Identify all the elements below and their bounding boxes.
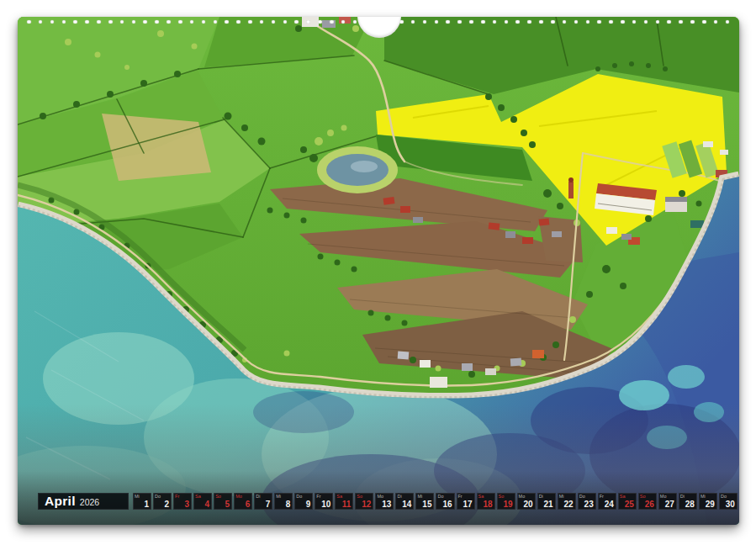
weekday-abbr: Sa: [336, 494, 342, 499]
day-cell: Mo20: [517, 493, 536, 510]
calendar-photo-page: April 2026 Mi1Do2Fr3Sa4So5Mo6Di7Mi8Do9Fr…: [18, 17, 739, 525]
day-number: 2: [165, 500, 170, 509]
day-cell: Do2: [153, 493, 172, 510]
day-cell: Fr3: [173, 493, 192, 510]
day-cell: Mi22: [558, 493, 576, 510]
day-number: 29: [706, 500, 715, 509]
day-number: 30: [726, 500, 735, 509]
day-number: 17: [463, 500, 472, 509]
day-cell: Mo13: [375, 493, 394, 510]
month-label-box: April 2026: [38, 493, 129, 510]
day-cell: So26: [638, 493, 657, 510]
calendar-strip: April 2026 Mi1Do2Fr3Sa4So5Mo6Di7Mi8Do9Fr…: [18, 493, 739, 510]
day-cell: Di14: [395, 493, 414, 510]
day-number: 23: [584, 500, 594, 509]
weekday-abbr: Sa: [478, 494, 484, 499]
weekday-abbr: Sa: [620, 494, 626, 499]
day-cell: Do16: [436, 493, 454, 510]
weekday-abbr: Mo: [519, 494, 526, 499]
day-number: 12: [362, 500, 371, 509]
day-number: 9: [306, 500, 311, 509]
day-number: 20: [524, 500, 533, 509]
weekday-abbr: Mo: [377, 494, 383, 499]
day-number: 3: [185, 500, 190, 509]
day-number: 24: [605, 500, 614, 509]
weekday-abbr: Do: [579, 494, 585, 499]
weekday-abbr: So: [215, 494, 221, 499]
day-number: 13: [382, 500, 391, 509]
day-cell: So12: [355, 493, 373, 510]
aerial-photo-scene: [18, 17, 739, 525]
day-number: 11: [342, 500, 352, 509]
day-number: 14: [402, 500, 411, 509]
day-cell: Fr10: [315, 493, 333, 510]
weekday-abbr: Di: [539, 494, 543, 499]
day-cell: Mi8: [274, 493, 293, 510]
weekday-abbr: Mo: [235, 494, 242, 499]
page-background: { "calendar": { "month": "April", "year"…: [0, 0, 756, 545]
weekday-abbr: Mi: [417, 494, 422, 499]
weekday-abbr: Fr: [175, 494, 179, 499]
weekday-abbr: Sa: [195, 494, 201, 499]
day-number: 25: [625, 500, 634, 509]
day-cell: Do30: [719, 493, 737, 510]
day-cell: Sa4: [193, 493, 212, 510]
day-cell: Mi15: [415, 493, 434, 510]
pond: [317, 146, 398, 193]
day-cell: Sa25: [618, 493, 637, 510]
weekday-abbr: So: [357, 494, 362, 499]
day-number: 5: [225, 500, 230, 509]
day-number: 27: [665, 500, 674, 509]
weekday-abbr: So: [640, 494, 646, 499]
day-cell: Di21: [537, 493, 556, 510]
weekday-abbr: Mi: [559, 494, 564, 499]
weekday-abbr: Fr: [600, 494, 604, 499]
day-cell: So5: [214, 493, 232, 510]
day-number: 28: [685, 500, 695, 509]
day-number: 4: [205, 500, 210, 509]
day-cell: So19: [497, 493, 515, 510]
weekday-abbr: Di: [397, 494, 401, 499]
day-cell: Di28: [679, 493, 697, 510]
weekday-abbr: Mi: [276, 494, 281, 499]
day-cells: Mi1Do2Fr3Sa4So5Mo6Di7Mi8Do9Fr10Sa11So12M…: [133, 493, 737, 510]
day-number: 6: [246, 500, 251, 509]
day-number: 10: [321, 500, 330, 509]
day-cell: Do9: [294, 493, 313, 510]
day-cell: Mi1: [133, 493, 151, 510]
weekday-abbr: So: [499, 494, 505, 499]
weekday-abbr: Do: [155, 494, 161, 499]
month-name: April: [45, 493, 76, 510]
day-number: 16: [442, 500, 452, 509]
weekday-abbr: Do: [437, 494, 443, 499]
day-number: 18: [483, 500, 492, 509]
day-cell: Mo6: [234, 493, 252, 510]
day-number: 22: [564, 500, 574, 509]
weekday-abbr: Mi: [135, 494, 140, 499]
day-cell: Mi29: [699, 493, 717, 510]
weekday-abbr: Di: [256, 494, 260, 499]
day-number: 8: [286, 500, 291, 509]
weekday-abbr: Do: [296, 494, 302, 499]
day-number: 1: [144, 500, 149, 509]
day-number: 26: [645, 500, 654, 509]
day-cell: Mo27: [658, 493, 677, 510]
day-number: 21: [544, 500, 553, 509]
day-cell: Fr17: [457, 493, 475, 510]
weekday-abbr: Mi: [700, 494, 706, 499]
day-cell: Di7: [254, 493, 272, 510]
day-number: 15: [422, 500, 431, 509]
day-number: 7: [266, 500, 271, 509]
day-number: 19: [503, 500, 512, 509]
weekday-abbr: Fr: [316, 494, 320, 499]
day-cell: Sa18: [477, 493, 495, 510]
weekday-abbr: Di: [680, 494, 685, 499]
weekday-abbr: Mo: [660, 494, 667, 499]
weekday-abbr: Do: [721, 494, 727, 499]
day-cell: Fr24: [598, 493, 616, 510]
day-cell: Do23: [578, 493, 596, 510]
day-cell: Sa11: [335, 493, 353, 510]
weekday-abbr: Fr: [458, 494, 463, 499]
year-label: 2026: [80, 494, 99, 511]
